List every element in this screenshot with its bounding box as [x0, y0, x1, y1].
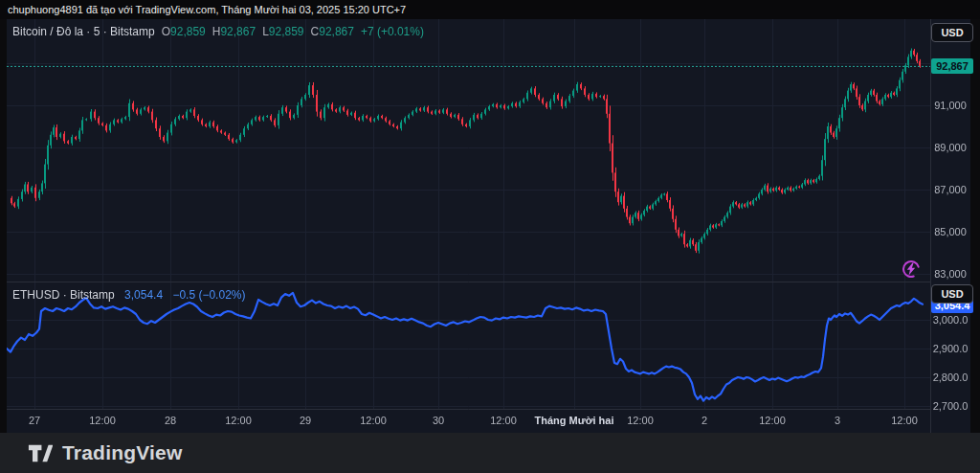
price-axis-label: 87,000 [930, 184, 970, 195]
btc-currency-button[interactable]: USD [931, 23, 973, 42]
ohlc-value: 92,867 [319, 25, 354, 38]
chart-widget: Bitcoin / Đô la · 5 · BitstampO92,859H92… [7, 19, 970, 433]
time-axis-label: 28 [165, 415, 176, 426]
eth-last-value: 3,054.4 [124, 288, 163, 302]
tradingview-logo-icon [27, 440, 53, 466]
ohlc-key: O [162, 25, 170, 38]
time-axis-label: 12:00 [627, 415, 654, 426]
time-axis-label: 12:00 [891, 415, 918, 426]
eth-currency-button[interactable]: USD [931, 284, 973, 304]
price-axis-label: 3,000.0 [930, 314, 970, 326]
ohlc-value: 92,859 [269, 25, 304, 38]
eth-change-value: −0.5 (−0.02%) [172, 288, 245, 302]
btc-symbol-title: Bitcoin / Đô la · 5 · Bitstamp [12, 25, 155, 38]
btc-ohlc-values: O92,859H92,867L92,859C92,867+7 (+0.01%) [155, 25, 424, 38]
price-axis-label: 83,000 [930, 268, 970, 280]
btc-pane-legend: Bitcoin / Đô la · 5 · BitstampO92,859H92… [12, 25, 424, 38]
time-axis-label: 12:00 [89, 415, 116, 426]
page: { "header": { "text": "chuphuong4891 đã … [0, 0, 980, 473]
price-axis-label: 91,000 [930, 100, 970, 111]
time-axis-label: 12:00 [759, 415, 786, 426]
btc-last-price-badge: 92,867 [931, 58, 973, 74]
time-axis-label: 27 [29, 415, 40, 426]
price-axis-label: 2,800.0 [930, 372, 970, 383]
time-axis-label: 12:00 [225, 415, 252, 426]
time-axis-label: 12:00 [360, 415, 387, 426]
price-axis-label: 2,700.0 [930, 400, 970, 412]
btc-change-value: +7 (+0.01%) [361, 25, 424, 38]
price-axis-label: 2,900.0 [930, 343, 970, 354]
footer-bar: TradingView [0, 433, 980, 473]
time-axis-label: 29 [300, 415, 311, 426]
eth-pane-legend: ETHUSD · Bitstamp 3,054.4 −0.5 (−0.02%) [12, 288, 245, 302]
eth-symbol-title: ETHUSD · Bitstamp [12, 288, 115, 302]
time-axis-label: 2 [702, 415, 707, 426]
price-axis-label: 85,000 [930, 226, 970, 237]
attribution-text: chuphuong4891 đã tạo với TradingView.com… [8, 4, 406, 15]
time-axis-label: Tháng Mười hai [534, 415, 613, 426]
ohlc-value: 92,859 [170, 25, 206, 38]
attribution-header: chuphuong4891 đã tạo với TradingView.com… [0, 0, 980, 19]
ohlc-key: C [311, 25, 320, 38]
ohlc-value: 92,867 [220, 25, 256, 38]
ohlc-key: L [262, 25, 269, 38]
price-axis-label: 89,000 [930, 142, 970, 153]
time-axis-label: 12:00 [490, 415, 517, 426]
tradingview-brand-text[interactable]: TradingView [62, 441, 183, 464]
time-axis-label: 30 [433, 415, 444, 426]
time-axis-label: 3 [835, 415, 840, 426]
flash-boost-icon[interactable] [902, 259, 921, 279]
chart-canvas[interactable] [7, 19, 970, 433]
